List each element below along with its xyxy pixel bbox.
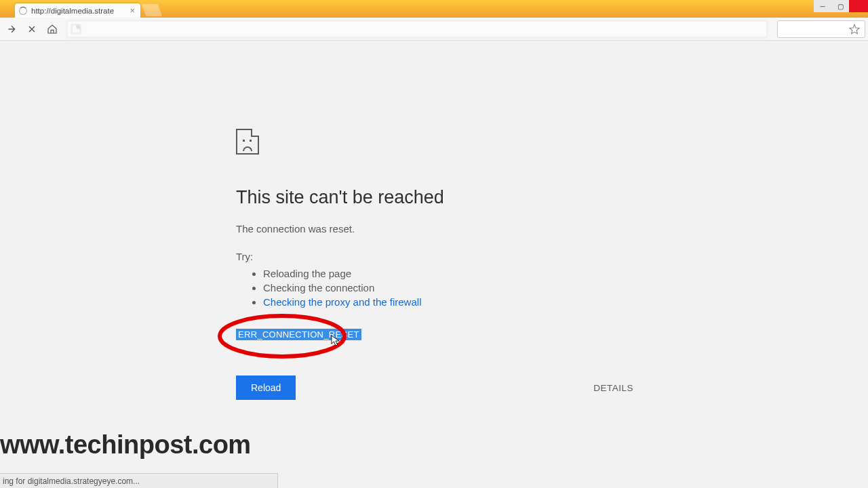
window-titlebar: http://digitalmedia.strate × ─ ▢ <box>0 0 868 18</box>
error-suggestion: Reloading the page <box>263 268 643 279</box>
nav-stop-button[interactable] <box>23 20 41 38</box>
star-icon <box>848 23 861 35</box>
new-tab-button[interactable] <box>142 4 163 16</box>
error-proxy-link[interactable]: Checking the proxy and the firewall <box>263 296 421 308</box>
window-maximize-button[interactable]: ▢ <box>831 0 849 12</box>
error-subtitle: The connection was reset. <box>236 223 643 235</box>
browser-toolbar <box>0 18 868 41</box>
nav-home-button[interactable] <box>43 20 61 38</box>
page-content: This site can't be reached The connectio… <box>0 41 868 488</box>
error-try-label: Try: <box>236 251 643 262</box>
cursor-icon <box>331 335 340 350</box>
watermark-text: www.techinpost.com <box>0 430 251 460</box>
status-bar: ing for digitalmedia.strategyeye.com... <box>0 473 278 488</box>
loading-spinner-icon <box>19 7 27 15</box>
error-suggestion: Checking the proxy and the firewall <box>263 296 643 308</box>
bookmark-box[interactable] <box>777 20 865 38</box>
details-button[interactable]: DETAILS <box>593 383 633 393</box>
nav-forward-button[interactable] <box>3 20 20 38</box>
page-icon <box>71 24 81 34</box>
arrow-forward-icon <box>6 24 17 35</box>
close-icon <box>26 24 37 35</box>
reload-button[interactable]: Reload <box>236 375 296 400</box>
browser-tab[interactable]: http://digitalmedia.strate × <box>15 3 140 18</box>
address-bar[interactable] <box>66 20 768 38</box>
error-code-wrapper: ERR_CONNECTION_RESET <box>236 328 361 340</box>
sad-page-icon <box>236 129 259 155</box>
error-suggestion-list: Reloading the page Checking the connecti… <box>263 268 643 308</box>
error-suggestion: Checking the connection <box>263 282 643 293</box>
home-icon <box>47 24 58 35</box>
error-panel: This site can't be reached The connectio… <box>236 129 643 400</box>
error-buttons-row: Reload DETAILS <box>236 375 633 400</box>
window-controls: ─ ▢ <box>814 0 868 12</box>
window-close-button[interactable] <box>849 0 868 12</box>
tab-close-icon[interactable]: × <box>128 5 136 16</box>
error-code: ERR_CONNECTION_RESET <box>236 329 361 340</box>
window-minimize-button[interactable]: ─ <box>814 0 831 12</box>
error-heading: This site can't be reached <box>236 187 643 208</box>
tab-title: http://digitalmedia.strate <box>31 7 128 15</box>
